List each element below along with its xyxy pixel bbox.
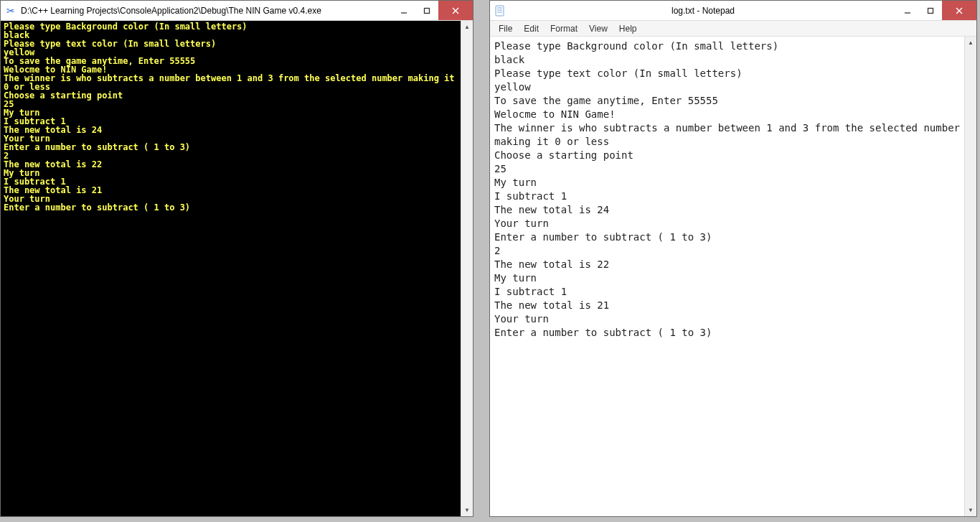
menu-format[interactable]: Format bbox=[545, 22, 583, 35]
menu-view[interactable]: View bbox=[583, 22, 613, 35]
notepad-text-area[interactable]: Please type Background color (In small l… bbox=[490, 37, 964, 516]
menu-file[interactable]: File bbox=[493, 22, 518, 35]
scroll-down-button[interactable]: ▼ bbox=[965, 504, 976, 516]
scissors-icon: ✂ bbox=[5, 5, 17, 17]
window-controls bbox=[896, 1, 976, 20]
menu-edit[interactable]: Edit bbox=[518, 22, 545, 35]
notepad-window: log.txt - Notepad File Edit Format View … bbox=[489, 0, 977, 517]
minimize-button[interactable] bbox=[392, 1, 415, 20]
console-titlebar[interactable]: ✂ D:\C++ Learning Projects\ConsoleApplic… bbox=[1, 1, 473, 21]
maximize-button[interactable] bbox=[919, 1, 942, 20]
console-title: D:\C++ Learning Projects\ConsoleApplicat… bbox=[21, 6, 392, 16]
notepad-scrollbar[interactable]: ▲ ▼ bbox=[964, 37, 976, 516]
scroll-up-button[interactable]: ▲ bbox=[965, 37, 976, 49]
console-window: ✂ D:\C++ Learning Projects\ConsoleApplic… bbox=[0, 0, 473, 517]
notepad-titlebar[interactable]: log.txt - Notepad bbox=[490, 1, 976, 21]
svg-rect-1 bbox=[425, 8, 430, 13]
menu-help[interactable]: Help bbox=[613, 22, 643, 35]
close-button[interactable] bbox=[942, 1, 976, 20]
close-button[interactable] bbox=[438, 1, 473, 20]
maximize-button[interactable] bbox=[415, 1, 438, 20]
console-output[interactable]: Please type Background color (In small l… bbox=[1, 21, 461, 516]
window-controls bbox=[392, 1, 473, 20]
notepad-icon bbox=[494, 5, 506, 17]
console-client-wrap: Please type Background color (In small l… bbox=[1, 21, 473, 516]
svg-rect-9 bbox=[928, 8, 933, 13]
minimize-button[interactable] bbox=[896, 1, 919, 20]
console-scrollbar[interactable]: ▲ ▼ bbox=[461, 21, 473, 516]
scroll-up-button[interactable]: ▲ bbox=[461, 21, 473, 33]
scroll-down-button[interactable]: ▼ bbox=[461, 504, 473, 516]
notepad-title: log.txt - Notepad bbox=[510, 6, 896, 16]
svg-rect-4 bbox=[496, 6, 504, 16]
notepad-menubar: File Edit Format View Help bbox=[490, 21, 976, 37]
notepad-client-wrap: Please type Background color (In small l… bbox=[490, 37, 976, 516]
